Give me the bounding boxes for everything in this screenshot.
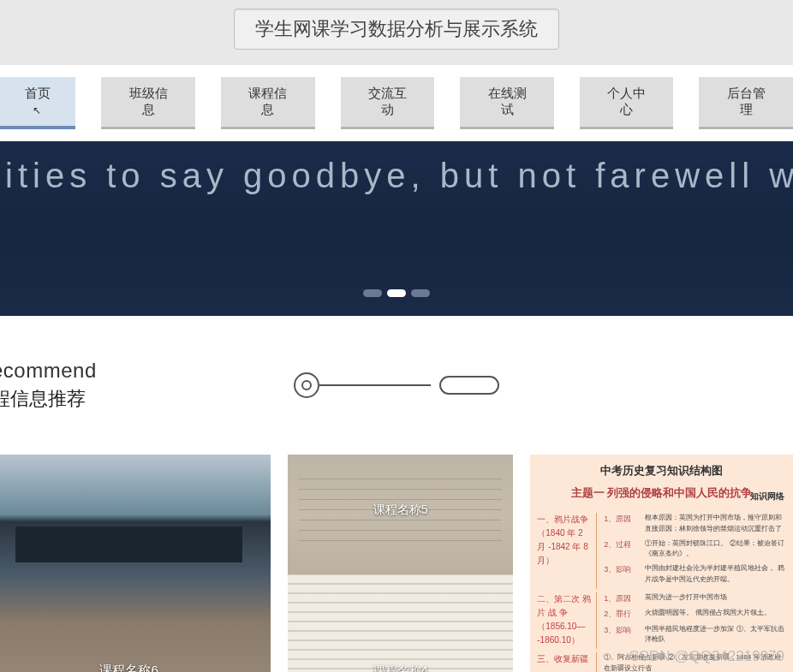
- doc-row: 一、鸦片战争 （1840 年 2 月 -1842 年 8 月） 1、原因根本原因…: [537, 513, 786, 589]
- section-title-en: ecommend: [0, 359, 97, 383]
- section-decor: [294, 372, 499, 398]
- nav-label: 首页: [25, 86, 51, 100]
- course-card[interactable]: 课程名称6: [0, 455, 271, 672]
- nav-course-info[interactable]: 课程信息: [221, 77, 315, 129]
- decor-line: [319, 384, 431, 386]
- nav-home[interactable]: 首页↖: [0, 77, 75, 129]
- carousel-dot-active[interactable]: [387, 289, 406, 297]
- banner-carousel[interactable]: sities to say goodbye, but not farewell …: [0, 141, 793, 316]
- nav-admin[interactable]: 后台管理: [699, 77, 793, 129]
- course-name: 课程名称4: [373, 663, 428, 672]
- nav-class-info[interactable]: 班级信息: [101, 77, 195, 129]
- course-cards: 课程名称6 课程名称5 课程名称4 中考历史复习知识结构图 主题一 列强的侵略和…: [0, 455, 793, 672]
- banner-text: sities to say goodbye, but not farewell …: [0, 157, 793, 195]
- doc-left: 二、第二次 鸦 片 战 争 （1856.10— -1860.10）: [537, 592, 597, 649]
- watermark: CSDN @QQ242219979: [629, 648, 784, 665]
- doc-left: 三、收复新疆: [537, 652, 597, 672]
- nav-personal[interactable]: 个人中心: [580, 77, 674, 129]
- doc-title: 中考历史复习知识结构图: [537, 463, 786, 479]
- cursor-icon: ↖: [33, 104, 41, 116]
- decor-circle-icon: [294, 372, 319, 398]
- section-titles: ecommend 程信息推荐: [0, 359, 97, 412]
- course-card[interactable]: 课程名称5 课程名称4: [288, 455, 513, 672]
- course-thumbnail: [0, 455, 271, 672]
- doc-row: 二、第二次 鸦 片 战 争 （1856.10— -1860.10） 1、原因英国…: [537, 592, 786, 649]
- main-content: ecommend 程信息推荐 课程名称6 课程名称5 课程名称4 中考历史复习知…: [0, 316, 793, 672]
- nav-bar: 首页↖ 班级信息 课程信息 交流互动 在线测试 个人中心 后台管理: [0, 77, 793, 129]
- decor-pill: [439, 376, 499, 395]
- course-card[interactable]: 中考历史复习知识结构图 主题一 列强的侵略和中国人民的抗争 知识网络 一、鸦片战…: [530, 455, 793, 672]
- carousel-dot[interactable]: [411, 289, 430, 297]
- doc-left: 一、鸦片战争 （1840 年 2 月 -1842 年 8 月）: [537, 513, 597, 589]
- nav-interact[interactable]: 交流互动: [341, 77, 435, 129]
- course-name: 课程名称6: [99, 663, 158, 672]
- nav-online-test[interactable]: 在线测试: [460, 77, 554, 129]
- carousel-dot[interactable]: [363, 289, 382, 297]
- course-thumbnail: 课程名称5: [288, 455, 513, 574]
- nav-container: 首页↖ 班级信息 课程信息 交流互动 在线测试 个人中心 后台管理: [0, 65, 793, 141]
- doc-note: 知识网络: [750, 491, 784, 503]
- header: 学生网课学习数据分析与展示系统: [0, 0, 793, 65]
- course-thumbnail: 课程名称4: [288, 574, 513, 672]
- page-title: 学生网课学习数据分析与展示系统: [234, 9, 559, 50]
- course-name: 课程名称5: [373, 503, 428, 518]
- carousel-dots: [363, 289, 430, 297]
- section-title-zh: 程信息推荐: [0, 386, 97, 412]
- section-header: ecommend 程信息推荐: [0, 359, 793, 412]
- doc-subtitle: 主题一 列强的侵略和中国人民的抗争: [537, 485, 786, 501]
